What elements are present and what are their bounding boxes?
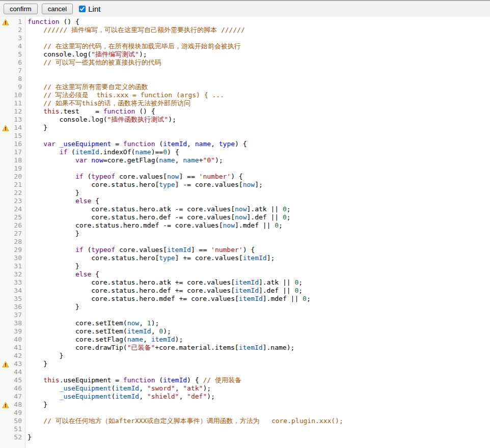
code-line-text[interactable]: _useEquipment(itemId, "shield", "def"); [24, 393, 490, 401]
line-number: 45 [11, 376, 24, 384]
code-line-text[interactable]: if (itemId.indexOf(name)==0) { [24, 148, 490, 156]
code-line-text[interactable] [24, 132, 490, 140]
gutter-marker-cell [0, 148, 11, 156]
code-line: 34 core.status.hero.def += core.values[i… [0, 287, 490, 295]
code-line-text[interactable]: core.status.hero.atk += core.values[item… [24, 278, 490, 287]
code-line-text[interactable]: if (typeof core.values[itemId] == 'numbe… [24, 246, 490, 254]
gutter-marker-cell [0, 107, 11, 116]
code-line-text[interactable]: core.status.hero[type] -= core.values[no… [24, 181, 490, 189]
code-line: 2 ////// 插件编写，可以在这里写自己额外需要执行的脚本 ////// [0, 26, 490, 34]
code-line-text[interactable]: } [24, 303, 490, 311]
gutter-marker-cell [0, 246, 11, 254]
code-line-text[interactable]: var _useEquipment = function (itemId, na… [24, 140, 490, 148]
code-line-text[interactable]: // 在这里写的代码，在所有模块加载完毕后，游戏开始前会被执行 [24, 42, 490, 50]
code-line: 17 if (itemId.indexOf(name)==0) { [0, 148, 490, 156]
code-line-text[interactable]: } [24, 401, 490, 409]
lint-warning-icon[interactable] [0, 124, 11, 132]
gutter-marker-cell [0, 433, 11, 441]
gutter-marker-cell [0, 368, 11, 376]
code-line-text[interactable]: this.test = function () { [24, 107, 490, 116]
code-line-text[interactable]: } [24, 433, 490, 441]
code-line-text[interactable] [24, 311, 490, 319]
code-line-text[interactable] [24, 67, 490, 75]
code-line-text[interactable] [24, 368, 490, 376]
code-line-text[interactable]: core.setItem(now, 1); [24, 319, 490, 327]
code-line-text[interactable]: } [24, 189, 490, 197]
code-line-text[interactable]: else { [24, 197, 490, 205]
confirm-button[interactable]: confirm [4, 4, 38, 14]
gutter-marker-cell [0, 173, 11, 181]
line-number: 24 [11, 205, 24, 213]
code-line-text[interactable]: _useEquipment(itemId, "sword", "atk"); [24, 384, 490, 393]
code-line-text[interactable]: // 在这里写所有需要自定义的函数 [24, 83, 490, 91]
lint-warning-icon[interactable] [0, 401, 11, 409]
code-line-text[interactable]: else { [24, 270, 490, 278]
code-line-text[interactable]: // 写法必须是 this.xxx = function (args) { ..… [24, 91, 490, 99]
code-line: 42 } [0, 352, 490, 360]
gutter-marker-cell [0, 352, 11, 360]
code-line-text[interactable]: core.drawTip("已装备"+core.material.items[i… [24, 344, 490, 352]
gutter-marker-cell [0, 303, 11, 311]
code-line: 22 } [0, 189, 490, 197]
gutter-marker-cell [0, 34, 11, 42]
code-line-text[interactable]: // 如果不写this的话，函数将无法被外部所访问 [24, 99, 490, 107]
code-line-text[interactable]: } [24, 360, 490, 368]
code-editor[interactable]: 1function () {2 ////// 插件编写，可以在这里写自己额外需要… [0, 17, 490, 448]
code-line: 12 this.test = function () { [0, 107, 490, 116]
line-number: 42 [11, 352, 24, 360]
line-number: 4 [11, 42, 24, 50]
code-line-text[interactable] [24, 238, 490, 246]
code-line-text[interactable]: // 可以在任何地方（如afterXXX或自定义脚本事件）调用函数，方法为 co… [24, 417, 490, 425]
code-line: 21 core.status.hero[type] -= core.values… [0, 181, 490, 189]
code-line-text[interactable]: core.status.hero.mdef -= core.values[now… [24, 221, 490, 230]
code-line-text[interactable]: core.status.hero.mdef += core.values[ite… [24, 295, 490, 303]
code-line-text[interactable]: } [24, 352, 490, 360]
code-line-text[interactable]: var now=core.getFlag(name, name+"0"); [24, 156, 490, 164]
line-number: 49 [11, 409, 24, 417]
code-line-text[interactable] [24, 425, 490, 433]
code-line-text[interactable]: core.status.hero.def += core.values[item… [24, 287, 490, 295]
code-line-text[interactable]: console.log("插件编写测试"); [24, 50, 490, 59]
code-line-text[interactable] [24, 75, 490, 83]
lint-checkbox[interactable] [79, 6, 86, 12]
code-line-text[interactable]: // 可以写一些其他的被直接执行的代码 [24, 59, 490, 67]
code-line: 43 } [0, 360, 490, 368]
line-number: 1 [11, 18, 24, 26]
code-line: 16 var _useEquipment = function (itemId,… [0, 140, 490, 148]
code-line-text[interactable]: console.log("插件函数执行测试"); [24, 116, 490, 124]
code-line: 37 [0, 311, 490, 319]
code-line: 23 else { [0, 197, 490, 205]
code-line-text[interactable]: ////// 插件编写，可以在这里写自己额外需要执行的脚本 ////// [24, 26, 490, 34]
gutter-marker-cell [0, 425, 11, 433]
cancel-button[interactable]: cancel [42, 4, 73, 14]
gutter-marker-cell [0, 270, 11, 278]
code-line: 3 [0, 34, 490, 42]
code-line: 10 // 写法必须是 this.xxx = function (args) {… [0, 91, 490, 99]
code-line-text[interactable]: core.setFlag(name, itemId); [24, 335, 490, 344]
code-line-text[interactable]: core.status.hero.def -= core.values[now]… [24, 213, 490, 221]
line-number: 44 [11, 368, 24, 376]
code-line-text[interactable] [24, 409, 490, 417]
code-line-text[interactable] [24, 34, 490, 42]
line-number: 14 [11, 124, 24, 132]
code-line-text[interactable]: if (typeof core.values[now] == 'number')… [24, 173, 490, 181]
line-number: 8 [11, 75, 24, 83]
code-line-text[interactable]: } [24, 262, 490, 270]
lint-label[interactable]: Lint [88, 5, 100, 13]
code-line-text[interactable]: this.useEquipment = function (itemId) { … [24, 376, 490, 384]
code-line-text[interactable]: core.status.hero.atk -= core.values[now]… [24, 205, 490, 213]
lint-warning-icon[interactable] [0, 360, 11, 368]
line-number: 13 [11, 116, 24, 124]
code-line-text[interactable]: core.setItem(itemId, 0); [24, 327, 490, 335]
line-number: 20 [11, 173, 24, 181]
code-line-text[interactable]: } [24, 230, 490, 238]
code-line-text[interactable]: function () { [24, 18, 490, 26]
lint-warning-icon[interactable] [0, 18, 11, 26]
line-number: 50 [11, 417, 24, 425]
line-number: 7 [11, 67, 24, 75]
code-line-text[interactable]: } [24, 124, 490, 132]
code-line-text[interactable]: core.status.hero[type] += core.values[it… [24, 254, 490, 262]
code-line-text[interactable] [24, 164, 490, 173]
code-line: 20 if (typeof core.values[now] == 'numbe… [0, 173, 490, 181]
line-number: 33 [11, 278, 24, 287]
